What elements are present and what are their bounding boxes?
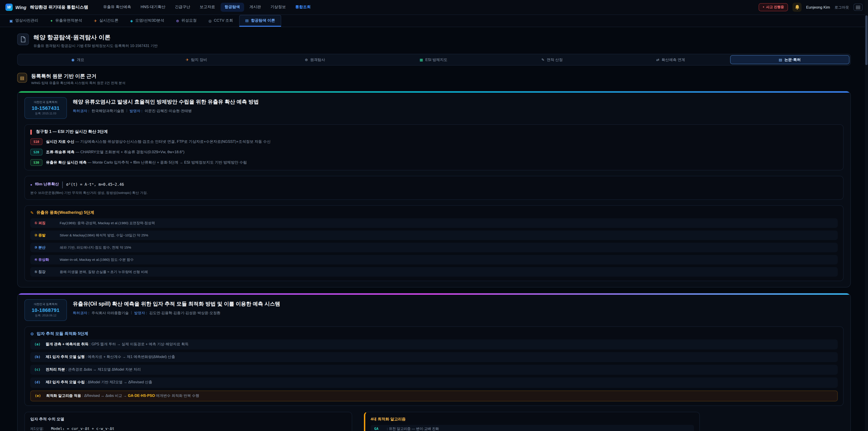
section-title: 등록특허 원문 기반 이론 근거 bbox=[31, 73, 125, 80]
patent-card-1868791: 대한민국 등록특허 10-1868791 등록: 2018.06.12 유출유(… bbox=[17, 293, 851, 431]
fbm-description: 분수 브라운운동(fBm) 기반 무작위 확산거리 생성, 등방성(isotro… bbox=[30, 191, 838, 195]
nav-item-reports[interactable]: 보고자료 bbox=[196, 3, 219, 12]
weathering-stage-desc: Fay(1969): 중력-관성력, Mackay et al.(1980) 표… bbox=[60, 221, 155, 225]
step-tag: (b) bbox=[34, 355, 42, 359]
hamburger-menu-button[interactable] bbox=[854, 4, 863, 11]
brand-name: Wing bbox=[16, 5, 26, 10]
page-title: 해양 항공탐색·원격탐사 이론 bbox=[33, 33, 158, 41]
scrollbar-thumb[interactable] bbox=[865, 16, 868, 65]
pill-label: 탐지 장비 bbox=[191, 57, 207, 62]
step-rest: : ΔModel 기반 제2모델 → ΔRevised 산출 bbox=[86, 380, 152, 384]
optimization-step-d: (d) 제2 입자 추적 모델 수립 : ΔModel 기반 제2모델 → ΔR… bbox=[30, 378, 838, 388]
tab-cctv-view[interactable]: ◎ CCTV 조회 bbox=[203, 15, 239, 27]
patent-title: 유출유(Oil spill) 확산 예측을 위한 입자 추적 모듈 최적화 방법… bbox=[73, 299, 280, 307]
tab-aerial-search-theory[interactable]: ▤ 항공탐색 이론 bbox=[239, 15, 281, 27]
pill-tab-esi-map[interactable]: ▦ ESI 방제지도 bbox=[374, 55, 493, 64]
notification-bell-button[interactable] bbox=[793, 3, 802, 12]
tab-label: 항공탐색 이론 bbox=[251, 18, 275, 23]
vertical-scrollbar[interactable] bbox=[865, 0, 868, 431]
patent-reg-date: 등록: 2018.06.12 bbox=[29, 314, 63, 318]
pill-tab-area-calculation[interactable]: ✎ 면적 산정 bbox=[493, 55, 612, 64]
tab-oil-area-analysis[interactable]: ✦ 유출유면적분석 bbox=[44, 15, 88, 27]
optimization-step-e: (e) 최적화 알고리즘 적용 : ΔRevised ↔ Δobs 비교 → G… bbox=[30, 390, 838, 401]
pill-tab-prediction-link[interactable]: ⇄ 확산예측 연계 bbox=[612, 55, 730, 64]
step-text: 제2 입자 추적 모델 수립 : ΔModel 기반 제2모델 → ΔRevis… bbox=[46, 380, 152, 386]
section-header: ▤ 등록특허 원문 기반 이론 근거 WING 탑재 유출유 확산예측 시스템의… bbox=[17, 73, 851, 86]
pill-label: 논문·특허 bbox=[784, 57, 801, 62]
step-lead: 최적화 알고리즘 적용 bbox=[46, 394, 81, 398]
pill-tab-overview[interactable]: ◉ 개요 bbox=[19, 55, 137, 64]
tab-pollution-ship-3d[interactable]: ◈ 오염/선박3D분석 bbox=[124, 15, 170, 27]
patent-country: 대한민국 등록특허 bbox=[29, 100, 63, 104]
patent-inventors: 김도연·김용혁·김종기·김성윤·박상윤·오정환 bbox=[149, 311, 220, 315]
weathering-stage-desc: Stiver & Mackay(1984) 해석적 방법, 수일~10일간 약 … bbox=[60, 233, 148, 238]
meta-divider: | bbox=[131, 311, 132, 315]
nav-item-board[interactable]: 게시판 bbox=[246, 3, 265, 12]
nav-item-oil-spill-prediction[interactable]: 유출유 확산예측 bbox=[99, 3, 135, 12]
optimization-header: ⚙ 입자 추적 모듈 최적화 5단계 bbox=[30, 331, 838, 337]
step-lead: 제2 입자 추적 모델 수립 bbox=[46, 380, 85, 384]
model-formula: Model₁ = cur_v·Δt + c·w_v·Δt bbox=[51, 426, 114, 431]
weathering-row-emulsification: ④ 유상화 Water-in-oil, Mackay et al.(1980) … bbox=[30, 255, 838, 265]
document-icon bbox=[17, 33, 29, 45]
pill-label: 확산예측 연계 bbox=[662, 57, 685, 62]
theory-section-tabs: ◉ 개요 ✈ 탐지 장비 ⊚ 원격탐사 ▦ ESI 방제지도 ✎ 면적 산정 ⇄… bbox=[17, 54, 851, 65]
weathering-row-evaporation: ② 증발 Stiver & Mackay(1984) 해석적 방법, 수일~10… bbox=[30, 230, 838, 240]
step-rest: : 예측자료 + 확산계수 → 제1 예측변화량(ΔModel) 산출 bbox=[86, 355, 175, 359]
patent-owner-label: 특허권자 : bbox=[73, 311, 89, 315]
claim-panel: ▌ 청구항 1 — ESI 기반 실시간 확산 3단계 S10 실시간 자료 수… bbox=[24, 124, 844, 171]
patent-inventor-label: 발명자 : bbox=[134, 311, 147, 315]
weathering-header: ✎ 유출유 풍화(Weathering) 5단계 bbox=[30, 210, 838, 216]
pill-tab-papers-patents[interactable]: ▤ 논문·특허 bbox=[730, 55, 849, 64]
patent-card-1567431: 대한민국 등록특허 10-1567431 등록: 2015.11.03 해양 유… bbox=[17, 91, 851, 287]
pill-tab-remote-sensing[interactable]: ⊚ 원격탐사 bbox=[256, 55, 374, 64]
purple-dot-icon: ● bbox=[30, 183, 32, 186]
satellite-icon: ⊚ bbox=[176, 19, 179, 23]
tab-satellite-request[interactable]: ⊚ 위성요청 bbox=[170, 15, 203, 27]
top-navigation-bar: W Wing 해양환경 위기대응 통합시스템 유출유 확산예측 HNS·대기확산… bbox=[0, 0, 868, 15]
patent-reg-date: 등록: 2015.11.03 bbox=[29, 112, 63, 116]
particle-model-title: 입자 추적 수치 모델 bbox=[30, 417, 346, 422]
algorithms-panel: 4대 최적화 알고리즘 GA : 유전 알고리즘 — 변이·교배 진화 DE :… bbox=[364, 411, 700, 431]
tab-realtime-drone[interactable]: ✈ 실시간드론 bbox=[88, 15, 124, 27]
pill-label: 개요 bbox=[77, 57, 84, 62]
patent-country: 대한민국 등록특허 bbox=[29, 302, 63, 306]
area-analysis-icon: ✦ bbox=[50, 19, 53, 23]
weathering-title: 유출유 풍화(Weathering) 5단계 bbox=[36, 210, 94, 216]
nav-item-aerial-search[interactable]: 항공탐색 bbox=[221, 3, 244, 12]
fbm-panel: ● fBm 난류확산 | σ²(t) = A·tᵐ, m=0.45~2.46 분… bbox=[24, 176, 844, 200]
nav-item-weather-info[interactable]: 기상정보 bbox=[267, 3, 290, 12]
wing-logo-icon: W bbox=[5, 4, 13, 11]
app-logo[interactable]: W Wing 해양환경 위기대응 통합시스템 bbox=[5, 4, 88, 11]
step-lead: 전처리 차분 bbox=[46, 368, 65, 372]
user-name: Eunjeong Kim bbox=[806, 5, 830, 9]
app-window: W Wing 해양환경 위기대응 통합시스템 유출유 확산예측 HNS·대기확산… bbox=[0, 0, 868, 431]
fbm-divider: | bbox=[61, 180, 63, 188]
incident-status-badge[interactable]: ● 사고 진행중 bbox=[758, 3, 788, 11]
patent-number: 10-1567431 bbox=[29, 105, 63, 111]
gear-icon: ⚙ bbox=[30, 332, 34, 336]
doc-glyph-icon bbox=[20, 36, 26, 42]
globe-icon: ◉ bbox=[71, 58, 74, 62]
logout-button[interactable]: 로그아웃 bbox=[835, 5, 849, 10]
weathering-stage-desc: 쇄파 기반, 파도에너지·점도 함수, 전체 약 15% bbox=[60, 245, 131, 250]
nav-item-emergency-rescue[interactable]: 긴급구난 bbox=[171, 3, 194, 12]
nav-item-hns-atmospheric[interactable]: HNS·대기확산 bbox=[136, 3, 169, 12]
aircraft-icon: ✈ bbox=[186, 58, 189, 62]
system-title: 해양환경 위기대응 통합시스템 bbox=[30, 4, 88, 10]
patent-inventor-label: 발명자 : bbox=[129, 109, 143, 114]
patent-header: 대한민국 등록특허 10-1868791 등록: 2018.06.12 유출유(… bbox=[24, 299, 844, 321]
pill-tab-detection-equipment[interactable]: ✈ 탐지 장비 bbox=[137, 55, 256, 64]
patent-owner: 한국해양과학기술원 bbox=[92, 109, 124, 114]
theory-doc-icon: ▤ bbox=[245, 19, 249, 23]
weathering-stage-label: ④ 유상화 bbox=[34, 257, 55, 262]
sub-tab-bar: ▣ 영상사진관리 ✦ 유출유면적분석 ✈ 실시간드론 ◈ 오염/선박3D분석 ⊚… bbox=[0, 15, 868, 27]
patent-number: 10-1868791 bbox=[29, 307, 63, 313]
optimization-step-b: (b) 제1 입자 추적 모델 실행 : 예측자료 + 확산계수 → 제1 예측… bbox=[30, 352, 838, 362]
step-rest: : ΔRevised ↔ Δobs 비교 → bbox=[82, 394, 128, 398]
pill-label: 면적 산정 bbox=[547, 57, 563, 62]
weathering-stage-desc: 용해·미생물 분해, 질량 손실률 ≈ 초기 누유량에 선형 비례 bbox=[60, 270, 148, 274]
nav-item-integrated-search[interactable]: 통합조회 bbox=[291, 3, 315, 12]
tab-image-photo-management[interactable]: ▣ 영상사진관리 bbox=[4, 15, 44, 27]
patent-title-block: 해양 유류오염사고 발생시 효율적인 방제방안 수립을 위한 유출유 확산 예측… bbox=[73, 97, 259, 114]
